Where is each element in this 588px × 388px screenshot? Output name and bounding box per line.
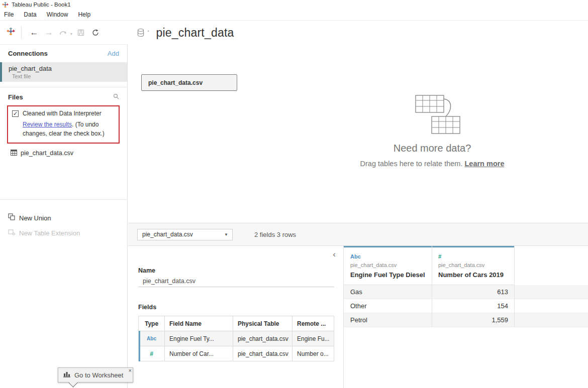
empty-state-heading: Need more data? — [349, 143, 515, 154]
remote-field-cell: Engine Fu... — [292, 335, 334, 342]
column-source: pie_chart_data.csv — [438, 262, 514, 268]
data-interpreter-note: Review the results. (To undo changes, cl… — [23, 120, 116, 138]
tableau-logo-icon[interactable] — [7, 27, 15, 38]
connection-name: pie_chart_data — [9, 65, 127, 72]
toolbar: ← → ▾ — [0, 21, 128, 44]
grid-column-header-cars[interactable]: # pie_chart_data.csv Number of Cars 2019 — [432, 247, 514, 285]
grid-column-divider — [514, 246, 515, 327]
cell-fuel-type: Petrol — [344, 313, 432, 327]
cell-car-count: 1,559 — [432, 313, 514, 327]
table-extension-icon — [8, 228, 15, 237]
field-name-cell: Number of Car... — [164, 350, 233, 357]
string-type-icon: Abc — [139, 336, 164, 341]
new-table-extension-label: New Table Extension — [19, 229, 80, 237]
empty-state: Need more data? Drag tables here to rela… — [349, 94, 515, 168]
connections-sidebar: Connections Add pie_chart_data Text file… — [0, 21, 128, 388]
table-selector-value: pie_chart_data.csv — [142, 231, 193, 238]
menu-window[interactable]: Window — [42, 9, 73, 20]
toolbar-divider — [21, 26, 22, 39]
string-type-icon: Abc — [350, 253, 432, 260]
fields-header-row: Type Field Name Physical Table Remote ..… — [139, 316, 334, 331]
grid-column-divider — [432, 246, 432, 327]
refresh-icon[interactable] — [89, 26, 102, 39]
menu-bar: File Data Window Help — [0, 9, 588, 21]
tableau-window: Tableau Public - Book1 File Data Window … — [0, 0, 588, 388]
grid-row-other[interactable]: Other 154 — [344, 299, 588, 313]
window-title: Tableau Public - Book1 — [12, 2, 71, 8]
menu-data[interactable]: Data — [19, 9, 41, 20]
data-preview-grid: Abc pie_chart_data.csv Engine Fuel Type … — [344, 246, 588, 388]
close-icon[interactable]: × — [129, 367, 132, 373]
fields-label: Fields — [138, 304, 156, 311]
name-label: Name — [138, 267, 155, 274]
column-name: Number of Cars 2019 — [438, 271, 514, 279]
new-union-label: New Union — [19, 214, 51, 222]
field-row-engine-fuel[interactable]: Abc Engine Fuel Ty... pie_chart_data.csv… — [139, 331, 334, 346]
redo-icon[interactable] — [57, 26, 70, 39]
go-to-worksheet-label: Go to Worksheet — [74, 371, 123, 379]
cell-fuel-type: Other — [344, 299, 432, 313]
redo-dropdown-caret-icon[interactable]: ▾ — [70, 32, 72, 36]
physical-table-cell: pie_chart_data.csv — [233, 335, 292, 342]
sidebar-upper-section: Connections Add pie_chart_data Text file… — [0, 44, 127, 200]
files-header: Files — [8, 93, 23, 101]
search-icon[interactable] — [113, 92, 119, 101]
logical-table-label: pie_chart_data.csv — [148, 79, 203, 86]
fields-rows-accent — [139, 331, 140, 361]
data-interpreter-checkbox[interactable]: ✓ — [12, 110, 19, 117]
tables-illustration-icon — [402, 94, 463, 135]
file-item-label: pie_chart_data.csv — [21, 150, 73, 157]
add-connection-link[interactable]: Add — [108, 50, 119, 57]
tableau-app-icon — [2, 2, 9, 8]
go-to-worksheet-tooltip[interactable]: Go to Worksheet × — [58, 367, 133, 382]
number-type-icon: # — [438, 253, 514, 260]
cell-fuel-type: Gas — [344, 285, 432, 299]
bar-chart-icon — [63, 370, 70, 379]
field-row-number-of-cars[interactable]: # Number of Car... pie_chart_data.csv Nu… — [139, 346, 334, 361]
menu-help[interactable]: Help — [73, 9, 95, 20]
name-input-underline — [138, 287, 334, 287]
name-input[interactable]: pie_chart_data.csv — [143, 278, 195, 285]
note-line2: changes, clear the check box.) — [23, 130, 105, 137]
connection-type: Text file — [12, 73, 127, 79]
database-icon[interactable] — [137, 28, 145, 40]
back-arrow-icon[interactable]: ← — [28, 26, 41, 39]
col-type: Type — [139, 320, 164, 327]
title-bar: Tableau Public - Book1 — [0, 0, 588, 9]
fields-rows-summary: 2 fields 3 rows — [254, 231, 296, 238]
fields-table: Type Field Name Physical Table Remote ..… — [138, 316, 334, 361]
connections-header: Connections — [8, 50, 48, 57]
datasource-menu-dot[interactable]: ▪ — [148, 29, 149, 33]
number-type-icon: # — [139, 350, 164, 357]
new-table-extension-item: New Table Extension — [0, 228, 80, 237]
datasource-title[interactable]: pie_chart_data — [156, 26, 234, 40]
remote-field-cell: Number o... — [292, 350, 334, 357]
table-selector-dropdown[interactable]: pie_chart_data.csv ▼ — [137, 229, 233, 240]
connection-item[interactable]: pie_chart_data Text file — [0, 62, 127, 82]
grid-row-gas[interactable]: Gas 613 — [344, 285, 588, 299]
cell-car-count: 613 — [432, 285, 514, 299]
table-toolbar-strip: pie_chart_data.csv ▼ 2 fields 3 rows — [128, 223, 588, 246]
file-item-csv[interactable]: pie_chart_data.csv — [0, 144, 127, 158]
data-interpreter-annotation: ✓ Cleaned with Data Interpreter Review t… — [7, 105, 120, 144]
column-name: Engine Fuel Type Diesel — [350, 271, 432, 279]
table-grid-icon — [11, 149, 17, 158]
logical-table-chip[interactable]: pie_chart_data.csv — [141, 74, 237, 91]
chevron-down-icon: ▼ — [224, 232, 228, 237]
field-name-cell: Engine Fuel Ty... — [164, 335, 233, 342]
forward-arrow-icon[interactable]: → — [42, 26, 55, 39]
learn-more-link[interactable]: Learn more — [464, 160, 504, 168]
cell-car-count: 154 — [432, 299, 514, 313]
note-after-link: . (To undo — [72, 121, 99, 128]
grid-row-petrol[interactable]: Petrol 1,559 — [344, 313, 588, 327]
grid-column-header-fuel[interactable]: Abc pie_chart_data.csv Engine Fuel Type … — [344, 247, 432, 285]
collapse-panel-icon[interactable]: ‹ — [333, 250, 336, 258]
review-results-link[interactable]: Review the results — [23, 121, 72, 128]
new-union-item[interactable]: New Union — [0, 213, 51, 222]
menu-file[interactable]: File — [0, 9, 19, 20]
metadata-panel: ‹ Name pie_chart_data.csv Fields Type Fi… — [128, 246, 344, 388]
grid-rows: Gas 613 Other 154 Petrol 1,559 — [344, 285, 588, 327]
column-source: pie_chart_data.csv — [350, 262, 432, 268]
col-remote: Remote ... — [292, 320, 334, 327]
save-icon[interactable] — [74, 26, 87, 39]
